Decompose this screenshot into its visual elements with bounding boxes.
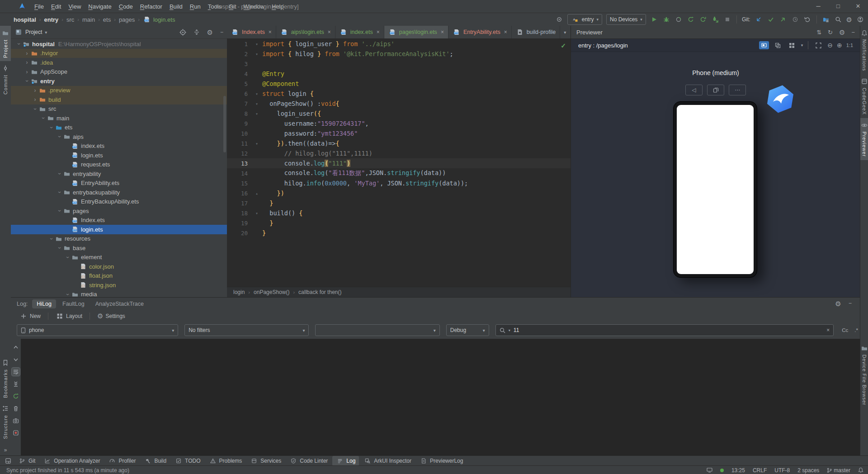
minimize-button[interactable]: ─ [808,0,828,12]
expand-arrow-icon[interactable]: › [32,87,38,94]
tree-item-index-ets[interactable]: ETSindex.ets [11,142,227,151]
breadcrumb-src[interactable]: src [66,16,74,23]
project-mode-chevron-icon[interactable]: ▾ [45,30,47,35]
toolwindow-arkui-inspector[interactable]: ArkUI Inspector [360,456,415,466]
screenshot-icon[interactable] [12,417,20,425]
fold-marker-icon[interactable]: ▾ [251,141,262,146]
breadcrumb-ets[interactable]: ets [103,16,111,23]
sync-project-button[interactable] [699,15,707,24]
editor-tab-Index-ets[interactable]: ETSIndex.ets× [227,26,276,38]
multi-window-icon[interactable] [707,85,724,95]
new-button[interactable]: New [17,312,43,320]
code-line-13[interactable]: 13 console.log("111") [227,158,571,168]
previewer-settings-icon[interactable]: ⚙ [839,29,845,36]
tree-item-main[interactable]: ›main [11,114,227,123]
run-target-icon[interactable] [555,15,563,24]
tree-item--idea[interactable]: ›.idea [11,58,227,67]
tree-item-entry[interactable]: ›entry [11,76,227,86]
breadcrumb-entry[interactable]: entry [44,16,59,23]
stripe-more-button[interactable]: » [0,442,11,453]
code-line-6[interactable]: 6▾struct login { [227,89,571,99]
custom-filter-select[interactable]: ▾ [315,324,439,336]
clear-search-icon[interactable]: × [826,327,830,333]
editor-breadcrumb-1[interactable]: onPageShow() [254,289,289,295]
collapse-arrow-icon[interactable]: › [48,124,55,131]
close-tab-icon[interactable]: × [269,29,272,35]
inspect-layers-icon[interactable] [773,41,783,49]
project-settings-icon[interactable]: ⚙ [207,29,213,36]
tree-item-resources[interactable]: ›resources [11,234,227,244]
collapse-arrow-icon[interactable]: › [65,291,71,297]
tree-item-src[interactable]: ›src [11,104,227,114]
log-hide-icon[interactable]: − [849,300,852,307]
log-output-area[interactable] [21,339,860,456]
code-line-4[interactable]: 4@Entry [227,69,571,79]
previewer-header[interactable]: Previewer ⇅ ↻ ⚙ − [571,26,860,39]
toolwindow-todo[interactable]: TODO [171,456,204,466]
layout-button[interactable]: Layout [53,312,85,320]
breadcrumb-pages[interactable]: pages [119,16,135,23]
toolwindow-profiler[interactable]: Profiler [104,456,139,466]
tree-item-hospital[interactable]: ›hospitalE:\HarmonyOSProjects\hospital [11,39,227,49]
code-line-7[interactable]: 7▾ onPageShow() :void{ [227,99,571,109]
tree-item-entrybackupability[interactable]: ›entrybackupability [11,188,227,197]
hot-reload-button[interactable] [687,15,695,24]
collapse-arrow-icon[interactable]: › [32,105,38,112]
line-ending-indicator[interactable]: CRLF [753,467,767,474]
zoom-ratio-label[interactable]: 1:1 [846,43,853,48]
expand-arrow-icon[interactable]: › [24,59,30,66]
git-history-button[interactable] [791,15,799,24]
collapse-arrow-icon[interactable]: › [57,208,63,214]
code-line-1[interactable]: 1▾import { login_user } from '../aips' [227,39,571,49]
tree-item--preview[interactable]: ›.preview [11,86,227,95]
breadcrumb-login-ets[interactable]: ETSlogin.ets [143,15,175,24]
collapse-arrow-icon[interactable]: › [57,189,63,196]
log-search-input[interactable]: ▾ 11 × [495,324,834,336]
close-tab-icon[interactable]: × [441,29,444,35]
view-mode-chevron-icon[interactable]: ▾ [801,43,803,47]
tool-window-switcher-icon[interactable] [3,458,14,464]
breadcrumb-main[interactable]: main [82,16,95,23]
tree-item-string-json[interactable]: {}string.json [11,280,227,290]
editor-breadcrumb-0[interactable]: login [233,289,245,295]
tree-item-base[interactable]: ›base [11,243,227,253]
soft-wrap-icon[interactable] [12,368,20,376]
editor-tab-index-ets[interactable]: ETSindex.ets× [335,26,384,38]
log-filter-select[interactable]: No filters▾ [184,324,309,336]
run-coverage-button[interactable] [675,15,683,24]
open-project-button[interactable] [822,15,830,24]
previewer-refresh-icon[interactable]: ↻ [828,29,833,36]
settings-button[interactable]: ⚙Settings [94,313,128,319]
tree-item-ets[interactable]: ›ets [11,123,227,133]
code-line-10[interactable]: 10 password:"ymt123456" [227,128,571,138]
search-history-chevron-icon[interactable]: ▾ [509,328,510,332]
code-line-8[interactable]: 8▾ login_user({ [227,109,571,118]
scroll-to-end-icon[interactable] [12,380,20,388]
fold-marker-icon[interactable]: ▾ [251,211,262,216]
code-line-14[interactable]: 14 console.log("看111数据",JSON.stringify(d… [227,168,571,178]
menu-refactor[interactable]: Refactor [137,3,166,10]
previewer-sync-icon[interactable]: ⇅ [816,29,821,36]
code-line-19[interactable]: 19 } [227,218,571,228]
fit-to-frame-icon[interactable] [813,41,823,49]
editor-tab-EntryAbility-ets[interactable]: ETSEntryAbility.ets× [448,26,512,38]
collapse-arrow-icon[interactable]: › [16,41,22,47]
stop-button[interactable] [723,15,731,24]
debug-button[interactable] [662,15,670,24]
git-branch-widget[interactable]: master [827,467,850,474]
more-options-icon[interactable]: ⋯ [729,85,746,95]
code-line-17[interactable]: 17 } [227,198,571,208]
menu-edit[interactable]: Edit [47,3,65,10]
ide-settings-icon[interactable]: ⚙ [846,16,852,23]
code-line-3[interactable]: 3 [227,59,571,69]
search-option-match-case[interactable]: Cc [840,327,850,334]
stripe-item-bookmarks[interactable]: Bookmarks [0,356,11,401]
stripe-item-notifications[interactable]: Notifications [860,26,868,74]
tree-item-request-ets[interactable]: ETSrequest.ets [11,160,227,170]
close-button[interactable]: ✕ [848,0,868,12]
log-tab-faultlog[interactable]: FaultLog [58,299,89,308]
fold-marker-icon[interactable]: ▾ [251,111,262,116]
collapse-arrow-icon[interactable]: › [57,171,63,177]
git-commit-button[interactable] [767,15,775,24]
editor-tab-build-profile[interactable]: build-profile [512,26,561,38]
